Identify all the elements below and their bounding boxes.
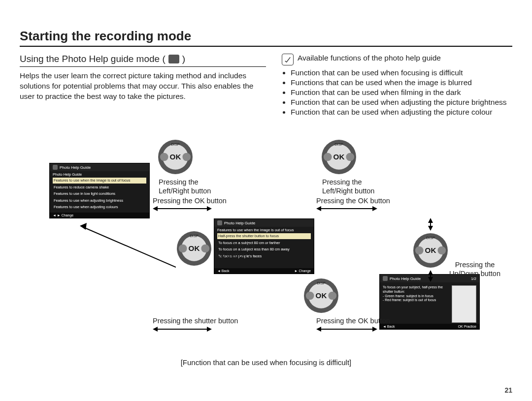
dial-icon: OK DISP (175, 230, 213, 267)
note-list: Function that can be used when focusing … (291, 68, 512, 117)
svg-point-28 (328, 292, 336, 300)
label-press-ok-1: Pressing the OK button (153, 196, 227, 205)
svg-point-22 (437, 247, 446, 255)
page-title: Starting the recording mode (20, 29, 512, 47)
svg-marker-18 (80, 223, 87, 230)
svg-point-14 (179, 245, 187, 253)
label-press-shutter: Pressing the shutter button (153, 316, 238, 325)
label-press-up: Pressing the Up button (216, 242, 256, 259)
diagram-caption: [Function that can be used when focusing… (20, 358, 512, 367)
note-icon (282, 54, 294, 65)
lcd-panel-1: Photo Help Guide Photo Help Guide Featur… (49, 163, 150, 218)
arrow-h (316, 327, 377, 331)
svg-point-9 (346, 153, 354, 161)
svg-point-21 (415, 247, 424, 255)
label-press-lr-2: Pressing the Left/Right button (322, 178, 374, 195)
dial-icon: OK DISP (157, 138, 194, 176)
dial-icon: OK DISP (302, 277, 340, 314)
arrow-h (316, 207, 377, 211)
label-press-ud: Pressing the Up/Down button (445, 260, 504, 278)
svg-text:OK: OK (189, 244, 200, 252)
arrow-diag (80, 223, 176, 282)
arrow-v (429, 218, 432, 231)
arrow-v (429, 270, 432, 282)
svg-text:DISP: DISP (190, 234, 199, 238)
flow-diagram: OK DISP OK DISP Photo Help Guide Photo H… (20, 135, 512, 386)
svg-point-8 (324, 153, 332, 161)
svg-text:OK: OK (170, 153, 181, 161)
label-press-ok-3: Pressing the OK button (316, 316, 390, 325)
section-heading: Using the Photo Help guide mode ( ) (20, 54, 266, 67)
svg-point-27 (306, 292, 314, 300)
svg-text:DISP: DISP (426, 236, 435, 240)
svg-text:OK: OK (316, 291, 327, 300)
label-press-lr-1: Pressing the Left/Right button (159, 178, 211, 195)
arrow-h (153, 207, 212, 211)
svg-text:DISP: DISP (171, 142, 180, 147)
mode-icon (168, 55, 179, 63)
arrow-h (153, 327, 212, 331)
svg-text:DISP: DISP (317, 281, 326, 285)
label-press-ok-2: Pressing the OK button (316, 196, 390, 205)
note-block: Available functions of the photo help gu… (282, 54, 512, 65)
dial-icon: OK DISP (320, 138, 358, 176)
dial-icon: OK DISP (412, 232, 449, 269)
page-number: 21 (504, 386, 512, 394)
lcd-panel-3: Photo Help Guide 1/2 To focus on your su… (379, 274, 480, 330)
svg-point-2 (160, 153, 168, 161)
svg-point-15 (201, 245, 209, 253)
svg-point-3 (182, 153, 191, 161)
svg-text:OK: OK (425, 246, 436, 254)
svg-text:DISP: DISP (334, 142, 343, 147)
section-body: Helps the user learn the correct picture… (20, 71, 266, 102)
svg-text:OK: OK (333, 153, 345, 161)
